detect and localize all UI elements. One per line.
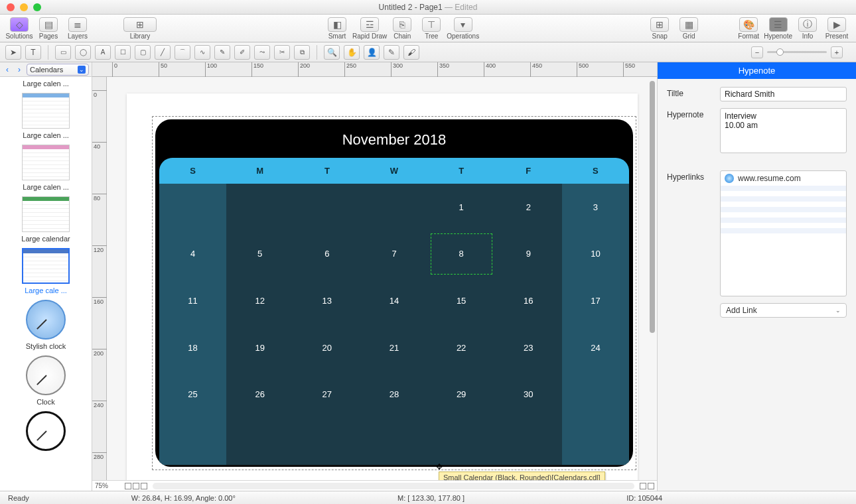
callout-tool[interactable]: ▢ [135, 45, 151, 60]
toolbar-layers[interactable]: ≣Layers [64, 16, 92, 41]
calendar-selection-box[interactable]: November 2018 SMTWTFS 123456789101112131… [152, 116, 636, 470]
library-item[interactable]: Large calen ... [0, 80, 92, 88]
calendar-day-cell[interactable]: 11 [159, 277, 226, 324]
toolbar-present[interactable]: ▶Present [823, 16, 851, 41]
horizontal-scrollbar[interactable] [153, 483, 634, 489]
library-item[interactable] [0, 411, 92, 451]
toolbar-library[interactable]: ⊞Library [123, 16, 157, 41]
connector-tool[interactable]: ⤳ [254, 45, 270, 60]
calendar-day-cell[interactable]: 1 [428, 184, 495, 231]
calendar-day-cell[interactable]: 26 [226, 371, 293, 418]
library-item[interactable]: Large calendar [0, 196, 92, 243]
toolbar-chain[interactable]: ⎘Chain [388, 16, 416, 41]
vertical-scrollbar[interactable] [648, 77, 657, 480]
calendar-day-cell[interactable]: 16 [495, 277, 562, 324]
toolbar-solutions[interactable]: ◇Solutions [5, 16, 33, 41]
calendar-day-cell[interactable]: 13 [293, 277, 360, 324]
calendar-day-cell[interactable]: 2 [495, 184, 562, 231]
hypernote-textarea[interactable]: Interview 10.00 am [720, 108, 847, 153]
calendar-day-heading: M [226, 158, 293, 184]
text-shape-tool[interactable]: A [95, 45, 111, 60]
calendar-day-cell[interactable]: 15 [428, 277, 495, 324]
calendar-day-cell[interactable]: 6 [293, 231, 360, 278]
toolbar-operations[interactable]: ▾Operations [447, 16, 479, 41]
textbox-tool[interactable]: ☐ [115, 45, 131, 60]
hyperlink-row[interactable]: www.resume.com [721, 171, 846, 186]
calendar-day-cell[interactable]: 22 [428, 324, 495, 371]
zoom-out-button[interactable]: − [751, 46, 763, 58]
library-selector[interactable]: Calendars ⌄ [27, 64, 89, 76]
library-forward-icon[interactable]: › [15, 65, 24, 74]
calendar-day-cell[interactable]: 17 [562, 277, 629, 324]
scissors-tool[interactable]: ✂ [274, 45, 290, 60]
calendar-day-cell[interactable]: 30 [495, 371, 562, 418]
calendar-day-cell[interactable]: 5 [226, 231, 293, 278]
toolbar-smart[interactable]: ◧Smart [323, 16, 351, 41]
calendar-day-cell[interactable]: 19 [226, 324, 293, 371]
eyedropper-tool[interactable]: ✎ [384, 45, 399, 60]
toolbar-label: Solutions [5, 32, 33, 40]
toolbar-grid[interactable]: ▦Grid [675, 16, 703, 41]
hyperlinks-list[interactable]: www.resume.com [720, 170, 847, 296]
toolbar-info[interactable]: ⓘInfo [794, 16, 821, 41]
library-item[interactable]: Large cale ... [0, 248, 92, 294]
calendar-day-cell[interactable]: 25 [159, 371, 226, 418]
toolbar-label: Library [130, 32, 151, 40]
calendar-day-cell[interactable]: 18 [159, 324, 226, 371]
curve-tool[interactable]: ∿ [194, 45, 210, 60]
hand-tool[interactable]: ✋ [344, 45, 360, 60]
calendar-day-cell[interactable]: 8 [428, 231, 495, 278]
toolbar-tree[interactable]: ⊤Tree [417, 16, 445, 41]
canvas[interactable]: November 2018 SMTWTFS 123456789101112131… [107, 77, 657, 480]
zoom-in-button[interactable]: + [831, 46, 843, 58]
calendar-day-header: SMTWTFS [159, 158, 629, 184]
person-tool[interactable]: 👤 [364, 45, 380, 60]
toolbar-snap[interactable]: ⊞Snap [646, 16, 674, 41]
zoom-tool[interactable]: 🔍 [324, 45, 340, 60]
toolbar-rapid-draw[interactable]: ☲Rapid Draw [352, 16, 387, 41]
brush-tool[interactable]: 🖌 [403, 45, 419, 60]
library-item[interactable]: Large calen ... [0, 93, 92, 139]
calendar-day-heading: T [428, 158, 495, 184]
calendar-day-cell[interactable]: 21 [360, 324, 427, 371]
toolbar-pages[interactable]: ▤Pages [35, 16, 62, 41]
calendar-day-cell[interactable]: 3 [562, 184, 629, 231]
ellipse-tool[interactable]: ◯ [75, 45, 91, 60]
calendar-day-cell[interactable]: 7 [360, 231, 427, 278]
toolbar-hypenote[interactable]: ☰Hypenote [764, 16, 792, 41]
calendar-day-cell[interactable]: 28 [360, 371, 427, 418]
zoom-level[interactable]: 75% [92, 482, 122, 489]
toolbar-label: Present [825, 32, 848, 40]
calendar-day-cell[interactable]: 27 [293, 371, 360, 418]
arc-tool[interactable]: ⌒ [175, 45, 190, 60]
rect-tool[interactable]: ▭ [55, 45, 71, 60]
library-item[interactable]: Large calen ... [0, 145, 92, 191]
calendar-day-cell[interactable]: 29 [428, 371, 495, 418]
crop-tool[interactable]: ⧉ [294, 45, 310, 60]
library-item[interactable]: Stylish clock [0, 300, 92, 350]
calendar-day-cell[interactable]: 12 [226, 277, 293, 324]
library-back-icon[interactable]: ‹ [3, 65, 12, 74]
calendar-day-cell[interactable]: 9 [495, 231, 562, 278]
title-input[interactable] [720, 87, 847, 101]
calendar-day-cell[interactable]: 14 [360, 277, 427, 324]
text-tool[interactable]: T [25, 45, 41, 60]
solutions-icon: ◇ [10, 17, 29, 32]
library-item[interactable]: Clock [0, 355, 92, 406]
pen-tool[interactable]: ✎ [214, 45, 230, 60]
toolbar-format[interactable]: 🎨Format [735, 16, 762, 41]
pencil-tool[interactable]: ✐ [234, 45, 250, 60]
calendar-day-cell[interactable]: 4 [159, 231, 226, 278]
calendar-day-cell[interactable]: 24 [562, 324, 629, 371]
calendar-object[interactable]: November 2018 SMTWTFS 123456789101112131… [155, 119, 633, 467]
page-mode-icons[interactable] [122, 483, 150, 489]
calendar-day-cell[interactable]: 10 [562, 231, 629, 278]
zoom-slider[interactable] [767, 51, 827, 53]
pointer-tool[interactable]: ➤ [5, 45, 21, 60]
calendar-day-cell[interactable]: 20 [293, 324, 360, 371]
library-selector-label: Calendars [30, 66, 63, 74]
add-link-button[interactable]: Add Link ⌄ [720, 303, 847, 318]
line-tool[interactable]: ╱ [155, 45, 171, 60]
page-corner-icons[interactable] [637, 483, 657, 489]
calendar-day-cell[interactable]: 23 [495, 324, 562, 371]
